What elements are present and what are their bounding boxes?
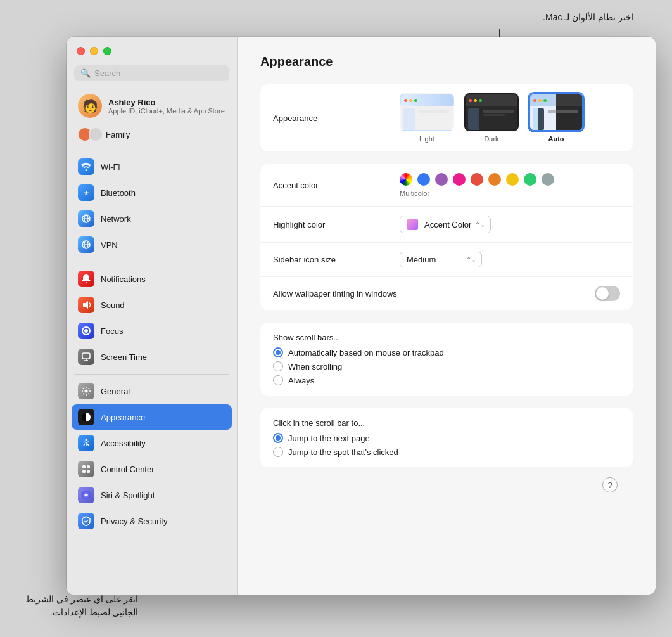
- accent-dot-graphite[interactable]: [542, 173, 554, 186]
- appearance-option-light[interactable]: Light: [400, 93, 454, 143]
- search-placeholder: Search: [94, 68, 223, 78]
- sidebar-item-label-siri: Siri & Spotlight: [101, 491, 155, 500]
- sidebar-item-label-accessibility: Accessibility: [101, 439, 146, 448]
- accent-dot-orange[interactable]: [488, 173, 501, 186]
- help-label: ?: [607, 480, 612, 490]
- highlight-color-dropdown[interactable]: Accent Color ⌃⌄: [400, 216, 491, 233]
- sidebar-item-screentime[interactable]: Screen Time: [72, 344, 232, 370]
- sidebar-item-accessibility[interactable]: Accessibility: [72, 430, 232, 456]
- vpn-icon: [78, 236, 94, 253]
- accent-dot-purple[interactable]: [435, 173, 448, 186]
- click-scroll-spot-label: Jump to the spot that's clicked: [288, 447, 398, 457]
- appearance-option-auto[interactable]: Auto: [529, 93, 583, 143]
- click-scroll-spot[interactable]: Jump to the spot that's clicked: [273, 447, 620, 457]
- sidebar-item-label-sound: Sound: [101, 300, 125, 310]
- sidebar-item-focus[interactable]: Focus: [72, 318, 232, 344]
- toggle-knob: [596, 287, 609, 300]
- sidebar-item-bluetooth[interactable]: ⭑ Bluetooth: [72, 180, 232, 205]
- minimize-button[interactable]: [90, 47, 98, 55]
- sidebar-item-notifications[interactable]: Notifications: [72, 266, 232, 292]
- accent-dot-pink[interactable]: [453, 173, 466, 186]
- search-bar[interactable]: 🔍 Search: [74, 65, 229, 81]
- sidebar-icon-size-control: Medium ⌃⌄: [400, 252, 620, 267]
- help-button[interactable]: ?: [602, 477, 618, 492]
- scroll-option-always[interactable]: Always: [273, 375, 620, 385]
- main-content: Appearance Appearance: [238, 37, 656, 595]
- click-scroll-next-page-label: Jump to the next page: [288, 434, 370, 443]
- maximize-button[interactable]: [103, 47, 111, 55]
- highlight-color-row: Highlight color Accent Color ⌃⌄: [260, 207, 633, 243]
- scroll-bars-radio-group: Automatically based on mouse or trackpad…: [273, 347, 620, 385]
- sidebar-icon-size-dropdown[interactable]: Medium ⌃⌄: [400, 252, 482, 267]
- appearance-control: Light: [400, 93, 620, 143]
- wallpaper-tinting-toggle[interactable]: [595, 286, 620, 301]
- radio-circle-auto: [273, 347, 283, 357]
- sidebar-item-sound[interactable]: Sound: [72, 292, 232, 318]
- accent-color-control: Multicolor: [400, 173, 620, 197]
- sidebar-item-label-privacy: Privacy & Security: [101, 517, 167, 526]
- appearance-thumb-light: [400, 93, 454, 131]
- sidebar-section-preferences: General Appearance: [67, 378, 237, 534]
- accent-dot-red[interactable]: [471, 173, 483, 186]
- outer-container: اختر نظام الألوان لـ Mac. انقر على أي عن…: [0, 0, 672, 637]
- radio-circle-always: [273, 375, 283, 385]
- focus-icon: [78, 323, 94, 339]
- show-scroll-bars-label: Show scroll bars...: [273, 333, 620, 342]
- sidebar-divider-1: [74, 150, 229, 150]
- svg-point-9: [86, 439, 87, 441]
- sidebar-item-network[interactable]: Network: [72, 206, 232, 231]
- sidebar-item-wifi[interactable]: Wi-Fi: [72, 154, 232, 179]
- general-icon: [78, 383, 94, 399]
- sidebar: 🔍 Search 🧑 Ashley Rico Apple ID, iCloud+…: [67, 37, 238, 595]
- user-profile[interactable]: 🧑 Ashley Rico Apple ID, iCloud+, Media &…: [67, 89, 237, 123]
- sidebar-section-network: Wi-Fi ⭑ Bluetooth: [67, 154, 237, 258]
- sidebar-item-privacy[interactable]: Privacy & Security: [72, 508, 232, 534]
- appearance-thumb-dark: [464, 93, 519, 131]
- click-scroll-card: Click in the scroll bar to... Jump to th…: [260, 408, 633, 467]
- sidebar-divider-3: [74, 374, 229, 375]
- accent-color-dots: [400, 173, 554, 186]
- appearance-options: Light: [400, 93, 583, 143]
- sidebar-item-controlcenter[interactable]: Control Center: [72, 456, 232, 482]
- radio-circle-scrolling: [273, 361, 283, 371]
- svg-rect-11: [87, 465, 90, 468]
- search-icon: 🔍: [80, 68, 91, 78]
- sidebar-item-general[interactable]: General: [72, 378, 232, 404]
- sidebar-item-label-screentime: Screen Time: [101, 352, 147, 362]
- highlight-color-control: Accent Color ⌃⌄: [400, 216, 620, 233]
- user-info: Ashley Rico Apple ID, iCloud+, Media & A…: [108, 98, 225, 115]
- avatar: 🧑: [78, 94, 102, 118]
- sidebar-item-siri[interactable]: Siri & Spotlight: [72, 482, 232, 508]
- sound-icon: [78, 297, 94, 313]
- wifi-icon: [78, 158, 94, 175]
- accent-dot-yellow[interactable]: [506, 173, 519, 186]
- accent-dot-green[interactable]: [524, 173, 536, 186]
- accent-dot-blue[interactable]: [417, 173, 430, 186]
- click-scroll-label: Click in the scroll bar to...: [273, 418, 620, 428]
- privacy-icon: [78, 513, 94, 529]
- scroll-option-auto[interactable]: Automatically based on mouse or trackpad: [273, 347, 620, 357]
- svg-marker-6: [83, 301, 88, 309]
- svg-rect-13: [87, 470, 90, 473]
- user-subtitle: Apple ID, iCloud+, Media & App Store: [108, 107, 225, 115]
- bluetooth-icon: ⭑: [78, 184, 94, 201]
- appearance-option-dark[interactable]: Dark: [464, 93, 519, 143]
- close-button[interactable]: [77, 47, 85, 55]
- accent-color-row: Accent color: [260, 164, 633, 207]
- sidebar-item-label-bluetooth: Bluetooth: [101, 188, 136, 198]
- wallpaper-tinting-control: [400, 286, 620, 301]
- scroll-option-scrolling[interactable]: When scrolling: [273, 361, 620, 371]
- radio-circle-next-page: [273, 433, 283, 443]
- sidebar-item-label-appearance: Appearance: [101, 413, 145, 422]
- sidebar-item-appearance[interactable]: Appearance: [72, 404, 232, 430]
- accent-dot-multicolor[interactable]: [400, 173, 412, 186]
- scroll-option-always-label: Always: [288, 376, 314, 385]
- click-scroll-next-page[interactable]: Jump to the next page: [273, 433, 620, 443]
- network-icon: [78, 210, 94, 227]
- sidebar-icon-size-value: Medium: [407, 255, 436, 264]
- scroll-option-scrolling-label: When scrolling: [288, 362, 342, 371]
- appearance-label-dark: Dark: [484, 135, 498, 143]
- appearance-label-auto: Auto: [548, 135, 564, 143]
- sidebar-item-family[interactable]: Family: [67, 123, 237, 146]
- sidebar-item-vpn[interactable]: VPN: [72, 232, 232, 257]
